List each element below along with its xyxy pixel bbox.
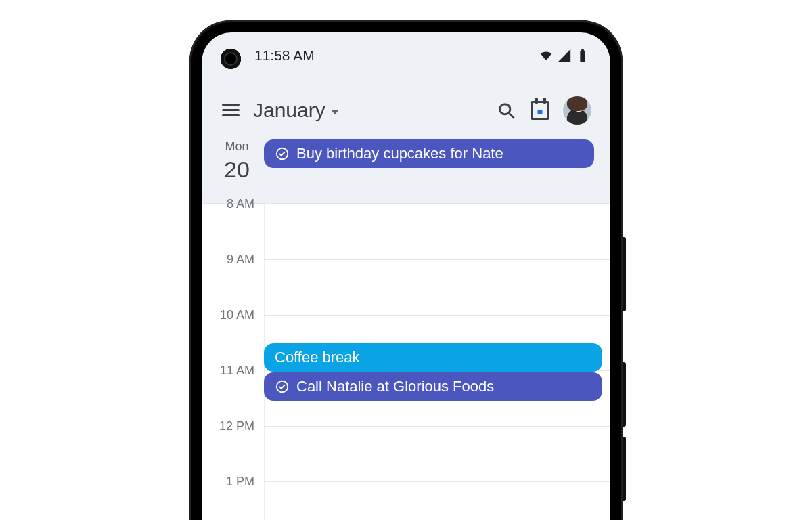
app-bar: January — [202, 70, 610, 139]
wifi-icon — [539, 48, 554, 63]
hour-label-11: 11 AM — [202, 364, 264, 419]
volume-up-button[interactable] — [623, 362, 626, 427]
power-button[interactable] — [623, 237, 626, 311]
task-check-icon — [275, 379, 290, 394]
day-of-week: Mon — [210, 139, 264, 154]
chevron-down-icon — [331, 110, 339, 114]
today-button[interactable] — [529, 100, 551, 121]
all-day-slot: Buy birthday cupcakes for Nate — [264, 139, 602, 183]
month-dropdown[interactable]: January — [253, 99, 483, 122]
event-coffee-break[interactable]: Coffee break — [264, 343, 602, 372]
phone-frame: 11:58 AM January — [189, 20, 623, 520]
event-title: Coffee break — [275, 349, 360, 366]
day-column[interactable]: Mon 20 — [210, 139, 264, 183]
svg-line-1 — [510, 114, 514, 118]
month-label: January — [253, 99, 325, 122]
event-title: Buy birthday cupcakes for Nate — [296, 145, 503, 162]
account-avatar[interactable] — [563, 96, 591, 125]
events-layer: Coffee break Call Natalie at Glorious Fo… — [264, 203, 602, 520]
cellular-icon — [557, 48, 572, 63]
svg-point-2 — [277, 148, 288, 160]
status-icons — [539, 48, 590, 63]
svg-point-3 — [277, 381, 288, 393]
search-icon — [497, 101, 516, 120]
task-check-icon — [275, 146, 290, 161]
status-time: 11:58 AM — [254, 47, 315, 64]
phone-screen: 11:58 AM January — [202, 32, 610, 520]
day-of-month: 20 — [210, 156, 264, 183]
event-title: Call Natalie at Glorious Foods — [296, 378, 494, 395]
svg-point-0 — [500, 104, 510, 114]
calendar-today-icon — [531, 101, 549, 120]
day-header: Mon 20 Buy birthday cupcakes for Nate — [202, 139, 610, 203]
hour-label-10: 10 AM — [202, 308, 264, 364]
event-call-task[interactable]: Call Natalie at Glorious Foods — [264, 372, 602, 401]
battery-icon — [575, 48, 590, 63]
timeline[interactable]: 8 AM 9 AM 10 AM 11 AM 12 PM 1 PM Coffee … — [202, 203, 610, 520]
front-camera — [221, 49, 241, 69]
hour-label-9: 9 AM — [202, 253, 264, 308]
volume-down-button[interactable] — [623, 437, 626, 501]
status-bar: 11:58 AM — [202, 32, 610, 70]
hour-label-13: 1 PM — [202, 475, 264, 520]
all-day-task[interactable]: Buy birthday cupcakes for Nate — [264, 139, 594, 168]
hour-label-12: 12 PM — [202, 419, 264, 475]
search-button[interactable] — [495, 100, 517, 121]
hour-label-8: 8 AM — [202, 197, 264, 253]
menu-button[interactable] — [221, 100, 241, 121]
